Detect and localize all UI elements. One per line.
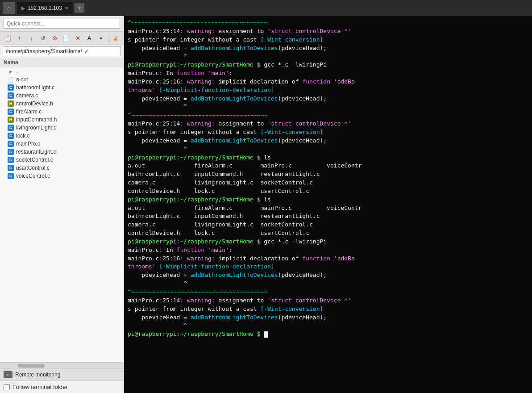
file-name: controlDevice.h [16,100,53,107]
horizontal-scrollbar[interactable] [0,362,124,368]
list-item[interactable]: CsocketControl.c [0,156,124,164]
c-icon: C [7,133,14,139]
list-item[interactable]: 📄a.out [0,75,124,84]
toolbar-up-btn[interactable]: ↑ [14,33,25,43]
follow-terminal-label: Follow terminal folder [12,384,68,390]
path-bar: /home/pi/raspberry/SmartHome/ ✓ [3,46,121,56]
h-icon: H [7,100,14,107]
list-item[interactable]: CfireAlarm.c [0,108,124,116]
tab-close-button[interactable]: ✕ [65,6,68,11]
follow-terminal-row: Follow terminal folder [0,380,124,393]
c-icon: C [7,92,14,99]
quick-connect-input[interactable] [4,19,120,29]
toolbar-newfile-btn[interactable]: 📄 [61,33,71,43]
current-path: /home/pi/raspberry/SmartHome/ [6,48,82,54]
toolbar-down-btn[interactable]: ↓ [26,33,37,43]
file-name: bathroomLight.c [16,84,54,91]
path-check-icon: ✓ [84,48,89,55]
main-layout: 📋 ↑ ↓ ↺ ⊘ 📄 ✕ A ▪ 🔒 /home/pi/raspberry/S… [0,16,532,393]
follow-terminal-checkbox[interactable] [4,384,10,390]
file-name: .. [16,68,19,75]
tab-label: 192.168.1.103 [28,5,62,11]
c-icon: C [7,173,14,179]
list-item[interactable]: Ccamera.c [0,92,124,100]
list-item[interactable]: CusartControl.c [0,164,124,172]
home-icon: ⌂ [7,4,11,12]
file-name: livingroomLight.c [16,125,56,131]
file-toolbar: 📋 ↑ ↓ ↺ ⊘ 📄 ✕ A ▪ 🔒 [0,32,124,45]
file-name: restaurantLight.c [16,149,56,155]
list-item[interactable]: Clock.c [0,132,124,140]
monitor-icon: ▶ [4,371,12,378]
c-icon: C [7,165,14,171]
file-icon: 📄 [7,77,14,83]
toolbar-delete-btn[interactable]: ✕ [72,33,83,43]
quick-connect-bar [0,16,124,32]
left-panel: 📋 ↑ ↓ ↺ ⊘ 📄 ✕ A ▪ 🔒 /home/pi/raspberry/S… [0,16,124,393]
top-bar: ⌂ ▶ 192.168.1.103 ✕ + [0,0,532,16]
c-icon: C [7,84,14,91]
list-item[interactable]: CrestaurantLight.c [0,148,124,156]
scrollbar-thumb[interactable] [18,364,45,368]
file-tree[interactable]: ▶..📄a.outCbathroomLight.cCcamera.cHcontr… [0,67,124,362]
folder-icon: ▶ [7,69,14,74]
home-button[interactable]: ⌂ [3,2,15,14]
file-name: socketControl.c [16,157,53,163]
file-name: fireAlarm.c [16,109,42,115]
c-icon: C [7,149,14,155]
terminal-tab[interactable]: ▶ 192.168.1.103 ✕ [17,2,73,14]
remote-monitoring-button[interactable]: ▶ Remote monitoring [0,368,124,380]
c-icon: C [7,141,14,147]
file-name: a.out [16,76,28,83]
file-name: voiceControl.c [16,173,50,179]
h-icon: H [7,117,14,123]
file-name: usartControl.c [16,165,50,171]
c-icon: C [7,157,14,163]
tab-icon: ▶ [21,5,25,11]
toolbar-more-btn[interactable]: ▪ [96,33,106,43]
toolbar-separator [108,34,108,42]
terminal-content: ^~~~~~~~~~~~~~~~~~~~~~~~~~~~~~~~~~~~~~~~… [128,19,528,339]
remote-monitoring-label: Remote monitoring [15,372,60,378]
file-tree-header: Name [0,58,124,67]
file-name: mainPro.c [16,141,40,147]
new-tab-button[interactable]: + [75,3,84,13]
list-item[interactable]: ▶.. [0,67,124,75]
file-name: camera.c [16,92,38,99]
toolbar-rename-btn[interactable]: A [84,33,95,43]
toolbar-cancel-btn[interactable]: ⊘ [49,33,60,43]
file-name: lock.c [16,133,30,139]
list-item[interactable]: HinputCommand.h [0,116,124,124]
c-icon: C [7,125,14,131]
toolbar-clipboard-btn[interactable]: 📋 [3,33,13,43]
list-item[interactable]: CvoiceControl.c [0,172,124,180]
file-name: inputCommand.h [16,117,57,123]
terminal-panel[interactable]: ^~~~~~~~~~~~~~~~~~~~~~~~~~~~~~~~~~~~~~~~… [124,16,532,393]
c-icon: C [7,109,14,115]
list-item[interactable]: CmainPro.c [0,140,124,148]
list-item[interactable]: CbathroomLight.c [0,84,124,92]
list-item[interactable]: ClivingroomLight.c [0,124,124,132]
toolbar-hidden-btn[interactable]: 🔒 [110,33,121,43]
list-item[interactable]: HcontrolDevice.h [0,100,124,108]
toolbar-refresh-btn[interactable]: ↺ [37,33,48,43]
